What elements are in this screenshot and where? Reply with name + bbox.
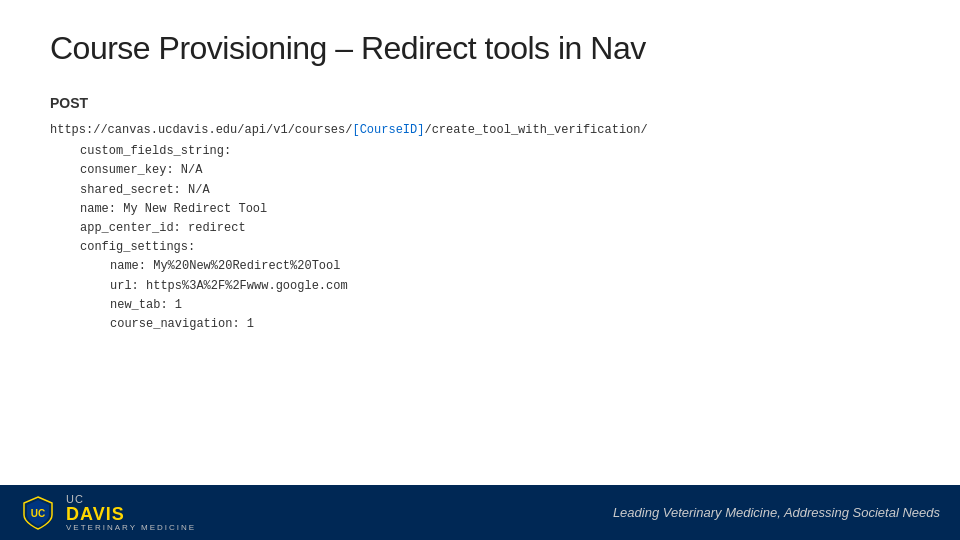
logo-text: UC DAVIS VETERINARY MEDICINE [66,493,196,532]
logo-davis: DAVIS [66,505,196,523]
logo-subtitle: VETERINARY MEDICINE [66,523,196,532]
page-container: Course Provisioning – Redirect tools in … [0,0,960,540]
svg-text:UC: UC [31,508,45,519]
field-5: config_settings: [50,238,910,257]
page-title: Course Provisioning – Redirect tools in … [50,30,910,67]
footer-tagline: Leading Veterinary Medicine, Addressing … [613,505,940,520]
url-param: [CourseID] [352,123,424,137]
field-4: app_center_id: redirect [50,219,910,238]
shield-icon: UC [20,495,56,531]
url-base: https://canvas.ucdavis.edu/api/v1/course… [50,123,352,137]
url-suffix: /create_tool_with_verification/ [424,123,647,137]
field-7: url: https%3A%2F%2Fwww.google.com [50,277,910,296]
url-line: https://canvas.ucdavis.edu/api/v1/course… [50,121,910,140]
footer-logo: UC UC DAVIS VETERINARY MEDICINE [20,493,196,532]
field-9: course_navigation: 1 [50,315,910,334]
field-0: custom_fields_string: [50,142,910,161]
field-3: name: My New Redirect Tool [50,200,910,219]
field-8: new_tab: 1 [50,296,910,315]
code-block: https://canvas.ucdavis.edu/api/v1/course… [50,121,910,334]
main-content: Course Provisioning – Redirect tools in … [0,0,960,354]
field-1: consumer_key: N/A [50,161,910,180]
field-2: shared_secret: N/A [50,181,910,200]
footer: UC UC DAVIS VETERINARY MEDICINE Leading … [0,485,960,540]
field-6: name: My%20New%20Redirect%20Tool [50,257,910,276]
method-label: POST [50,95,910,111]
